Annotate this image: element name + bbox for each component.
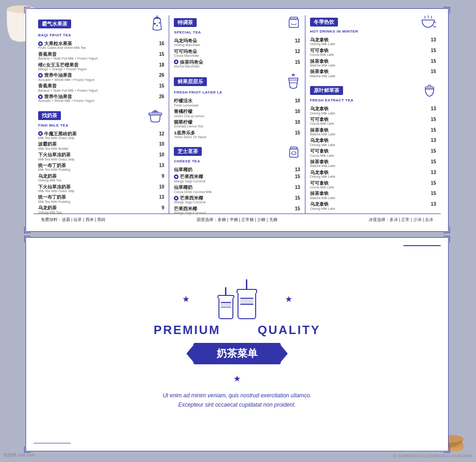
list-item: 可可拿铁 Cocoa Milk Latte 15 — [310, 117, 436, 126]
list-item: 香蕉果昔 Banana + Taste Full Milk + Frozen Y… — [38, 83, 164, 93]
corner-br — [443, 227, 450, 233]
special-tea-icon — [287, 15, 300, 29]
fresh-fruit-title: 鲜果层层乐 — [174, 77, 207, 86]
list-item: 抹茶拿铁 Matcha Milk Latte 15 — [310, 69, 436, 78]
watermark-bottom-left: 昵图网 nipic.com — [4, 452, 35, 458]
tagline: Ut enim ad minim veniam, quis nostrud ex… — [163, 391, 311, 410]
footer-left: 免费加料：波霸 | 仙草 | 西米 | 黑砖 — [41, 217, 106, 223]
list-item: 仙草椰奶 Cocoa Drink Coconut Milk 13 — [174, 185, 300, 194]
large-cup — [237, 279, 257, 319]
bottom-content: ★ — [26, 238, 448, 451]
list-item: 抹茶拿铁 Matcha Milk Latte 15 — [310, 191, 436, 200]
list-item: 乌龙拿铁 Oolong Milk Latte 13 — [310, 138, 436, 147]
list-item: 抹茶拿铁 Matcha Milk Latte 15 — [310, 159, 436, 168]
list-item: 可可拿铁 Cocoa Milk Latte 15 — [310, 181, 436, 190]
svg-rect-9 — [290, 17, 298, 19]
fresh-extract-subtitle: FRESH EXTRACT TEA — [310, 98, 436, 102]
list-item: 芒果西米椰 Mango Sago Coconut 15 — [174, 206, 300, 215]
list-item: 抹茶拿铁 Matcha Milk Latte 15 — [310, 59, 436, 68]
list-item: 可可玛奇朵 Cocoa Macchiato 12 — [174, 49, 300, 58]
list-item: 芒果西米椰 Mango Sago Coconut 15 — [174, 174, 300, 183]
footer-center: 甜度选择：多糖 | 半糖 | 正常糖 | 少糖 | 无糖 — [197, 217, 277, 223]
svg-point-4 — [157, 25, 158, 27]
list-item: 翡翠柠檬 Emerald Lemon Tea 10 — [174, 120, 300, 129]
milk-tea-cup-icon — [146, 109, 164, 122]
list-item: 乌龙拿铁 Oolong Milk Latte 13 — [310, 170, 436, 179]
corner-tr-b — [443, 236, 450, 242]
list-item: 可可拿铁 Cocoa Milk Latte 15 — [310, 148, 436, 158]
fresh-extract-title: 原叶鲜萃茶 — [310, 86, 343, 95]
list-item: 统一布丁奶茶 Milk Tea With Pudding 13 — [38, 163, 164, 172]
find-milk-subtitle: FIND MILK TEA — [38, 123, 164, 127]
cheese-tea-title: 芝士茗茶 — [174, 147, 202, 156]
cups-illustration — [218, 279, 257, 319]
list-item: 可可拿铁 Cocoa Milk Latte 15 — [310, 48, 436, 57]
fresh-fruit-icon — [286, 74, 300, 89]
small-cup — [218, 287, 234, 319]
premium-quality-row: PREMIUM QUALITY — [154, 323, 321, 337]
corner-tl-b — [24, 236, 31, 242]
svg-rect-16 — [425, 87, 434, 89]
list-item: 乌龙拿铁 Oolong Milk Latte 13 — [310, 106, 436, 115]
list-item: 下火仙草冻奶茶 Milk Tea With Grass Jelly 10 — [38, 184, 164, 194]
list-item: 下火仙草冻奶茶 Milk Tea With Grass Jelly 10 — [38, 152, 164, 161]
list-item: 芒果西米椰 Mango Sago Coconut 15 — [174, 195, 300, 205]
list-item: 柠檬活水 Fresh Lemonade 10 — [174, 98, 300, 107]
list-item: 香蕉果昔 Banana + Taste Full Milk + Frozen Y… — [38, 52, 164, 61]
hot-drinks-subtitle: HOT DRINKS IN WINTER — [310, 29, 436, 33]
list-item: 仙草椰奶 13 — [174, 167, 300, 173]
svg-rect-8 — [289, 19, 298, 27]
corner-bl-b — [24, 446, 31, 453]
star-right: ★ — [285, 294, 292, 304]
quality-text: QUALITY — [258, 323, 320, 337]
list-item: 波霸奶茶 Milk Tea With Bubble 10 — [38, 141, 164, 151]
hot-drinks-icon — [420, 15, 436, 28]
fresh-fruit-subtitle: FRESH FRUIT LAYER LE — [174, 90, 300, 94]
watermark-bottom-right: ID:13995540 NO:20190524111744527000 — [393, 454, 472, 458]
premium-text: PREMIUM — [154, 323, 221, 337]
baqi-title: 霸气水果茶 — [38, 20, 71, 28]
col-fruit-tea: 霸气水果茶 BAQI FRUIT TEA — [33, 15, 169, 214]
list-item: 3底养乐多 Three Slices Of Yakult 15 — [174, 130, 300, 140]
list-item: 营养牛油果昔 Avocado + Whole Milk + Frozen Yog… — [38, 73, 164, 82]
list-item: 营养牛油果昔 Avocado + Whole Milk + Frozen Yog… — [38, 94, 164, 103]
corner-tl — [24, 7, 31, 13]
special-tea-subtitle: SPECIAL TEA — [174, 30, 300, 34]
bottom-star: ★ — [233, 374, 241, 384]
list-item: 乌龙玛奇朵 Oolong Macchiato 12 — [174, 38, 300, 47]
menu-card-top: 霸气水果茶 BAQI FRUIT TEA — [26, 8, 449, 232]
list-item: 大果粒水果茶 Fruits Cubes And Green Milk Tea 1… — [38, 41, 164, 50]
list-item: 统一布丁奶茶 Milk Tea With Pudding 13 — [38, 194, 164, 204]
list-item: 乌龙拿铁 Oolong Milk Latte 13 — [310, 37, 436, 47]
svg-rect-13 — [290, 149, 298, 157]
menu-title-banner: 奶茶菜单 — [193, 343, 281, 364]
list-item: 维C女王玉芒橙果昔 Mango + Orange + Frozen Yogurt… — [38, 62, 164, 72]
menu-card-bottom: ★ — [26, 237, 449, 451]
list-item: 抹茶拿铁 Matcha Milk Latte 15 — [310, 127, 436, 137]
list-item: 乌龙奶茶 Oolong Milk Tea 9 — [38, 174, 164, 183]
special-tea-title: 特调茶 — [174, 18, 197, 27]
corner-tr — [443, 7, 450, 13]
col-hot-drinks: 冬季热饮 HOT DRINKS IN WINTER 乌龙拿铁 — [305, 15, 441, 214]
menu-footer: 免费加料：波霸 | 仙草 | 西米 | 黑砖 甜度选择：多糖 | 半糖 | 正常… — [33, 214, 441, 226]
cheese-tea-icon — [287, 144, 300, 158]
corner-bl — [24, 227, 31, 233]
svg-point-15 — [291, 152, 296, 154]
cheese-tea-subtitle: CHEESE TEA — [174, 159, 300, 163]
find-milk-title: 找奶茶 — [38, 111, 61, 120]
list-item: 青橘柠檬 Green Cha qi Lemon 10 — [174, 109, 300, 118]
fresh-extract-icon — [423, 83, 436, 97]
list-item: 牛魔王黑砖奶茶 Milk Tea With Grass Jelly 12 — [38, 131, 164, 141]
page: 霸气水果茶 BAQI FRUIT TEA — [0, 0, 476, 462]
stars-row: ★ — [182, 279, 292, 319]
col-special-tea: 特调茶 SPECIAL TEA 乌龙玛奇朵 Oolong Macchiato — [169, 15, 305, 214]
svg-rect-14 — [291, 147, 297, 149]
list-item: 抹茶玛奇朵 Mocha Macchiato 15 — [174, 60, 300, 69]
footer-right: 冰度选择：多冰 | 正常 | 少冰 | 去冰 — [369, 217, 433, 223]
hot-drinks-title: 冬季热饮 — [310, 18, 338, 27]
svg-point-3 — [154, 23, 156, 25]
star-left: ★ — [182, 294, 190, 304]
list-item: 乌龙奶茶 Oolong Milk Tea 9 — [38, 205, 164, 214]
corner-br-b — [443, 446, 450, 453]
svg-point-5 — [159, 22, 160, 24]
